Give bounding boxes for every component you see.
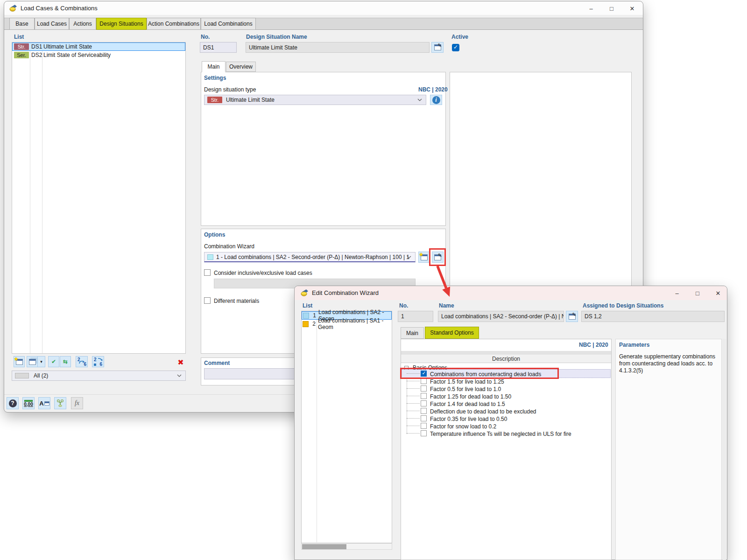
row-num: 1 (309, 312, 316, 319)
list-label: List (303, 302, 312, 309)
tree-stub (407, 433, 420, 434)
tree-item-label[interactable]: Factor 0.5 for live load to 1.0 (430, 386, 501, 392)
app-icon (301, 289, 309, 298)
description-column-header: Description (401, 355, 611, 363)
tree-checkbox-2[interactable] (421, 385, 427, 392)
close-icon[interactable]: ✕ (710, 287, 726, 299)
list-col-divider (317, 311, 317, 542)
name-label: Name (439, 302, 454, 309)
wizard-list (301, 311, 392, 543)
parameters-label: Parameters (619, 342, 649, 348)
tree-item-label[interactable]: Combinations from counteracting dead loa… (430, 371, 541, 378)
maximize-icon[interactable]: □ (689, 287, 706, 299)
row-swatch (303, 321, 309, 327)
tree-stub (407, 373, 420, 374)
tree-checkbox-6[interactable] (421, 415, 427, 421)
tree-checkbox-1[interactable] (421, 378, 427, 384)
hscrollbar-thumb[interactable] (302, 544, 346, 549)
tree-stub (407, 411, 420, 411)
tree-item-label[interactable]: Factor 1.4 for dead load to 1.5 (430, 401, 505, 407)
tree-stub (407, 381, 420, 381)
vscrollbar[interactable] (722, 339, 726, 560)
minimize-icon[interactable]: – (669, 287, 685, 299)
tree-stub (407, 426, 420, 426)
no-field[interactable]: 1 (398, 311, 433, 322)
pencil-icon (572, 312, 576, 318)
tree-item-label[interactable]: Factor 1.25 for dead load to 1.50 (430, 393, 511, 400)
row-num: 2 (309, 321, 316, 327)
tree-stub (407, 403, 420, 404)
assigned-label: Assigned to Design Situations (583, 302, 663, 309)
tree-stub (407, 388, 420, 389)
tree-checkbox-8[interactable] (421, 430, 427, 436)
rename-button[interactable] (566, 311, 578, 322)
code-label: NBC | 2020 (579, 342, 608, 348)
header-band (401, 351, 611, 355)
tree-line (407, 371, 407, 434)
tab-main[interactable]: Main (401, 327, 424, 339)
tree-stub (407, 418, 420, 419)
parameters-text: Generate supplementary combinations from… (619, 353, 718, 374)
window-title: Edit Combination Wizard (312, 289, 379, 296)
tree-item-label[interactable]: Factor 0.35 for live load to 0.50 (430, 416, 507, 422)
tree-stub (407, 396, 420, 396)
tree-checkbox-4[interactable] (421, 400, 427, 406)
list-hscrollbar[interactable] (301, 543, 392, 550)
desktop: Load Cases & Combinations – □ ✕ Base Loa… (0, 0, 747, 560)
name-field[interactable]: Load combinations | SA2 - Second-order (… (438, 311, 564, 322)
tree-checkbox-5[interactable] (421, 408, 427, 414)
tree-item-label[interactable]: Deflection due to dead load to be exclud… (430, 408, 536, 415)
name-value: Load combinations | SA2 - Second-order (… (441, 313, 564, 320)
no-value: 1 (401, 313, 404, 320)
row-swatch (303, 313, 309, 319)
assigned-value: DS 1,2 (585, 313, 602, 320)
tree-item-label[interactable]: Temperature influence Ts will be neglect… (430, 431, 571, 437)
tree-checkbox-0[interactable] (421, 371, 427, 377)
tree-checkbox-3[interactable] (421, 393, 427, 399)
tree-item-label[interactable]: Factor for snow load to 0.2 (430, 423, 496, 430)
wizard-row-2[interactable]: 2 Load combinations | SA1 - Geom (302, 320, 392, 328)
assigned-field[interactable]: DS 1,2 (581, 311, 725, 322)
no-label: No. (399, 302, 408, 309)
tab-standard-options[interactable]: Standard Options (425, 327, 479, 339)
edit-wizard-window-layer: Edit Combination Wizard – □ ✕ List 1 Loa… (0, 0, 747, 560)
tree-checkbox-7[interactable] (421, 423, 427, 429)
row-name: Load combinations | SA1 - Geom (316, 317, 392, 330)
tree-item-label[interactable]: Factor 1.5 for live load to 1.25 (430, 378, 504, 385)
